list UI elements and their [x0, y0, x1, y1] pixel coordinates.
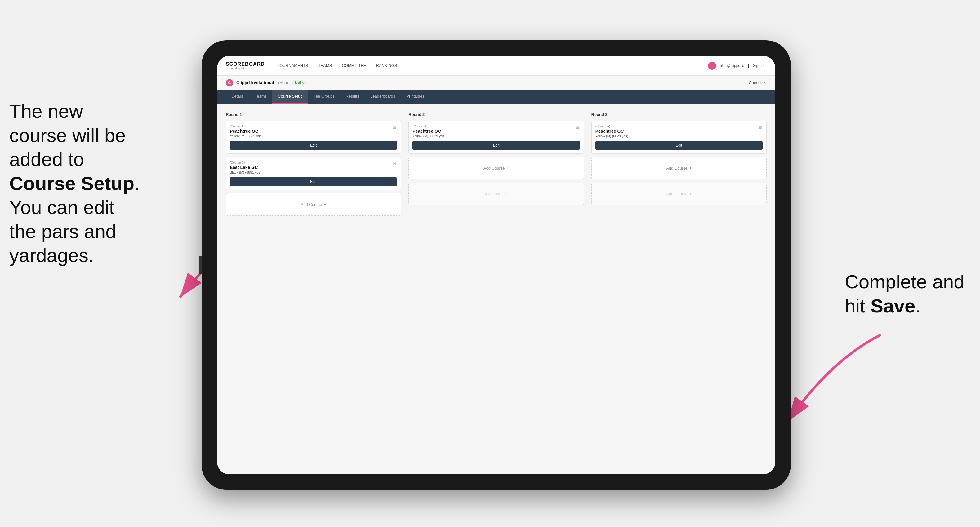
round-2-add-course-button[interactable]: Add Course + — [409, 157, 584, 179]
round-2-course-a-name: Peachtree GC — [412, 129, 580, 133]
annotation-left: The new course will be added to Course S… — [9, 99, 140, 268]
round-1-course-b-edit-button[interactable]: Edit — [230, 177, 397, 186]
round-3-label: Round 3 — [592, 112, 767, 117]
nav-tournaments[interactable]: TOURNAMENTS — [277, 62, 308, 69]
main-content: Round 1 (Course A) Peachtree GC Yellow (… — [217, 103, 775, 474]
round-2-course-a-edit-button[interactable]: Edit — [412, 141, 580, 150]
logo-subtitle: Powered by clippd — [226, 67, 265, 70]
scoreboard-logo: SCOREBOARD Powered by clippd — [226, 61, 265, 70]
round-3-course-a-delete-icon[interactable]: ⊠ — [757, 124, 763, 130]
user-avatar — [708, 62, 716, 70]
tab-teams[interactable]: Teams — [249, 90, 272, 103]
nav-links: TOURNAMENTS TEAMS COMMITTEE RANKINGS — [277, 62, 708, 69]
round-2-add-course-disabled: Add Course + — [409, 183, 584, 205]
nav-right: blair@clippd.io | Sign out — [708, 62, 767, 70]
round-3-course-a-label: (Course A) — [595, 125, 763, 128]
tournament-name: Clippd Invitational — [236, 80, 274, 85]
sign-out-link[interactable]: Sign out — [753, 63, 767, 68]
round-2-column: Round 2 (Course A) Peachtree GC Yellow (… — [409, 112, 584, 219]
cancel-button[interactable]: Cancel ✕ — [749, 80, 767, 85]
round-2-course-a-card: (Course A) Peachtree GC Yellow (M) (6629… — [409, 121, 584, 154]
tab-course-setup[interactable]: Course Setup — [272, 90, 308, 103]
nav-rankings[interactable]: RANKINGS — [376, 62, 397, 69]
round-2-course-a-delete-icon[interactable]: ⊠ — [574, 124, 581, 130]
round-1-course-b-tee: Black (M) (6891 yds) — [230, 170, 397, 174]
round-2-course-a-label: (Course A) — [412, 125, 580, 128]
annotation-right: Complete and hit Save. — [845, 270, 964, 318]
tournament-type: (Men) — [278, 81, 288, 85]
tab-printables[interactable]: Printables — [401, 90, 430, 103]
nav-separator: | — [748, 63, 749, 68]
round-1-course-a-label: (Course A) — [230, 125, 397, 128]
round-1-course-a-card: (Course A) Peachtree GC Yellow (M) (6629… — [226, 121, 401, 154]
sub-header: C Clippd Invitational (Men) Hosting Canc… — [217, 76, 775, 90]
rounds-container: Round 1 (Course A) Peachtree GC Yellow (… — [226, 112, 767, 219]
tablet-screen: SCOREBOARD Powered by clippd TOURNAMENTS… — [217, 56, 775, 474]
nav-committee[interactable]: COMMITTEE — [342, 62, 366, 69]
round-1-course-b-name: East Lake GC — [230, 165, 397, 170]
round-1-add-course-button[interactable]: Add Course + — [226, 193, 401, 216]
round-2-label: Round 2 — [409, 112, 584, 117]
round-1-course-b-label: (Course B) — [230, 161, 397, 164]
round-1-course-a-name: Peachtree GC — [230, 129, 397, 133]
round-2-course-a-tee: Yellow (M) (6629 yds) — [412, 134, 580, 138]
round-3-course-a-tee: Yellow (M) (6629 yds) — [595, 134, 763, 138]
round-3-course-a-card: (Course A) Peachtree GC Yellow (M) (6629… — [592, 121, 767, 154]
tab-bar: Details Teams Course Setup Tee Groups Re… — [217, 90, 775, 103]
tab-results[interactable]: Results — [340, 90, 365, 103]
round-1-course-b-card: (Course B) East Lake GC Black (M) (6891 … — [226, 157, 401, 190]
logo-title: SCOREBOARD — [226, 61, 265, 67]
tab-leaderboards[interactable]: Leaderboards — [365, 90, 401, 103]
round-2-add-plus-icon: + — [507, 166, 509, 170]
cancel-x-icon: ✕ — [763, 80, 767, 85]
round-3-add-plus-icon: + — [689, 166, 692, 170]
nav-teams[interactable]: TEAMS — [318, 62, 332, 69]
round-3-disabled-plus-icon: + — [689, 192, 692, 196]
round-3-course-a-edit-button[interactable]: Edit — [595, 141, 763, 150]
round-3-course-a-name: Peachtree GC — [595, 129, 763, 133]
tab-details[interactable]: Details — [226, 90, 249, 103]
clippd-logo: C — [226, 79, 233, 86]
sub-header-left: C Clippd Invitational (Men) Hosting — [226, 79, 307, 86]
round-1-course-a-edit-button[interactable]: Edit — [230, 141, 397, 150]
round-1-add-plus-icon: + — [324, 202, 326, 207]
user-email: blair@clippd.io — [720, 63, 744, 68]
round-1-course-a-tee: Yellow (M) (6629 yds) — [230, 134, 397, 138]
round-2-disabled-plus-icon: + — [507, 192, 509, 196]
hosting-badge: Hosting — [291, 80, 307, 85]
round-1-column: Round 1 (Course A) Peachtree GC Yellow (… — [226, 112, 401, 219]
tab-tee-groups[interactable]: Tee Groups — [308, 90, 340, 103]
round-1-course-b-delete-icon[interactable]: ⊠ — [391, 160, 398, 167]
round-1-course-a-delete-icon[interactable]: ⊠ — [391, 124, 398, 130]
top-nav: SCOREBOARD Powered by clippd TOURNAMENTS… — [217, 56, 775, 76]
round-3-add-course-disabled: Add Course + — [592, 183, 767, 205]
round-3-column: Round 3 (Course A) Peachtree GC Yellow (… — [592, 112, 767, 219]
round-3-add-course-button[interactable]: Add Course + — [592, 157, 767, 179]
round-1-label: Round 1 — [226, 112, 401, 117]
tablet-frame: SCOREBOARD Powered by clippd TOURNAMENTS… — [202, 40, 791, 490]
